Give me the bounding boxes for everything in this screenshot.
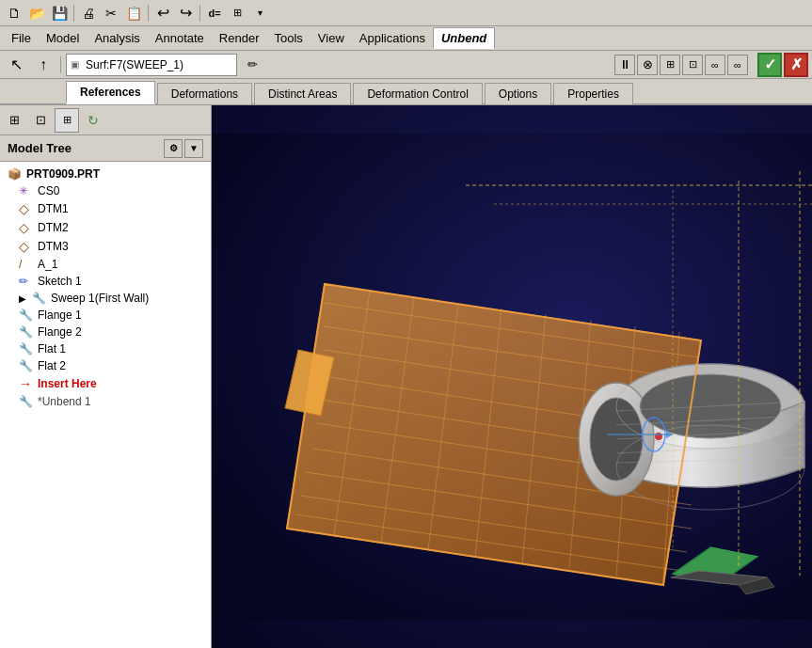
menu-view[interactable]: View	[310, 28, 352, 48]
cut-button[interactable]: ✂	[101, 3, 121, 24]
menu-bar: File Model Analysis Annotate Render Tool…	[0, 26, 812, 51]
undo-button[interactable]: ↩	[152, 3, 173, 24]
tree-settings-btn[interactable]: ⚙	[164, 139, 183, 158]
menu-applications[interactable]: Applications	[352, 28, 433, 48]
view1-btn[interactable]: ⊞	[660, 55, 680, 75]
toolbar-sep-4	[60, 56, 61, 73]
tree-item-unbend1[interactable]: 🔧 *Unbend 1	[0, 393, 211, 410]
surf-input[interactable]	[82, 55, 232, 75]
tab-deformation-control[interactable]: Deformation Control	[353, 83, 482, 104]
tree-item-dtm1[interactable]: ◇ DTM1	[0, 199, 211, 218]
tree-item-dtm3[interactable]: ◇ DTM3	[0, 237, 211, 256]
a1-icon: /	[19, 258, 34, 271]
left-icon-bar: ⊞ ⊡ ⊞ ↻	[0, 105, 211, 135]
flange1-icon: 🔧	[19, 308, 34, 322]
save-button[interactable]: 💾	[49, 3, 70, 24]
dtm2-label: DTM2	[38, 221, 69, 234]
tree-item-sketch1[interactable]: ✏ Sketch 1	[0, 273, 211, 290]
detail-btn[interactable]: ⊞	[55, 108, 79, 133]
toolbar-sep-3	[199, 5, 200, 22]
tree-expand-btn[interactable]: ▼	[184, 139, 203, 158]
menu-annotate[interactable]: Annotate	[148, 28, 212, 48]
refresh-btn[interactable]: ↻	[81, 108, 105, 133]
cancel-btn[interactable]: ✗	[784, 53, 808, 77]
flange1-label: Flange 1	[38, 308, 82, 322]
menu-file[interactable]: File	[4, 28, 39, 48]
tree-view-btn[interactable]: ⊞	[2, 108, 26, 133]
flat2-icon: 🔧	[19, 359, 34, 372]
open-button[interactable]: 📂	[26, 3, 47, 24]
layer-btn[interactable]: ⊡	[28, 108, 53, 133]
view3-btn[interactable]: ∞	[705, 55, 725, 75]
confirm-btn[interactable]: ✓	[757, 53, 782, 77]
top-toolbar: 🗋 📂 💾 🖨 ✂ 📋 ↩ ↪ d= ⊞ ▾	[0, 0, 812, 26]
flat1-label: Flat 1	[38, 342, 66, 356]
flat2-label: Flat 2	[38, 359, 66, 372]
menu-analysis[interactable]: Analysis	[87, 28, 147, 48]
tree-item-flange1[interactable]: 🔧 Flange 1	[0, 307, 211, 324]
grid-button[interactable]: ⊞	[227, 3, 247, 24]
tab-deformations[interactable]: Deformations	[157, 83, 252, 104]
tab-properties[interactable]: Properties	[553, 83, 633, 104]
view2-btn[interactable]: ⊡	[682, 55, 703, 75]
arrow-select-btn[interactable]: ↖	[4, 53, 28, 77]
tree-item-flange2[interactable]: 🔧 Flange 2	[0, 324, 211, 340]
cs0-label: CS0	[38, 184, 59, 198]
svg-point-40	[655, 433, 662, 440]
menu-unbend[interactable]: Unbend	[433, 27, 495, 49]
dtm1-icon: ◇	[19, 201, 34, 216]
a1-label: A_1	[38, 258, 57, 271]
tab-distinct-areas[interactable]: Distinct Areas	[254, 83, 351, 104]
stop-btn[interactable]: ⊗	[637, 55, 658, 75]
edit-btn[interactable]: ✏	[240, 53, 264, 77]
viewport[interactable]	[212, 105, 812, 648]
sweep1-arrow: ▶	[19, 293, 26, 304]
menu-tools[interactable]: Tools	[266, 28, 310, 48]
second-toolbar: ↖ ↑ ▣ ✏ ⏸ ⊗ ⊞ ⊡ ∞ ∞ ✓ ✗	[0, 51, 812, 79]
tree-item-cs0[interactable]: ✳ CS0	[0, 182, 211, 199]
sweep1-label: Sweep 1(First Wall)	[51, 292, 149, 305]
insert-icon: →	[19, 376, 34, 391]
sweep1-icon: 🔧	[32, 292, 47, 305]
tree-header-buttons: ⚙ ▼	[164, 139, 203, 158]
insert-label: Insert Here	[38, 377, 97, 390]
toolbar-sep-1	[73, 5, 74, 22]
tree-item-insert[interactable]: → Insert Here	[0, 374, 211, 393]
pointer-btn[interactable]: ↑	[31, 53, 56, 77]
tree-item-root[interactable]: 📦 PRT0909.PRT	[0, 166, 211, 182]
dtm3-label: DTM3	[38, 240, 69, 253]
flat1-icon: 🔧	[19, 342, 34, 356]
sketch1-icon: ✏	[19, 275, 34, 288]
print-button[interactable]: 🖨	[78, 3, 99, 24]
unbend1-label: *Unbend 1	[38, 395, 91, 408]
tree-item-dtm2[interactable]: ◇ DTM2	[0, 218, 211, 237]
menu-model[interactable]: Model	[39, 28, 87, 48]
dtm1-label: DTM1	[38, 202, 69, 215]
tree-item-a1[interactable]: / A_1	[0, 256, 211, 273]
pause-btn[interactable]: ⏸	[614, 55, 635, 75]
tree-item-sweep1[interactable]: ▶ 🔧 Sweep 1(First Wall)	[0, 290, 211, 307]
toolbar-sep-2	[148, 5, 149, 22]
copy-button[interactable]: 📋	[123, 3, 144, 24]
viewport-scene	[212, 105, 812, 648]
model-tree-content: 📦 PRT0909.PRT ✳ CS0 ◇ DTM1 ◇ DTM2 ◇ DTM3	[0, 162, 211, 648]
measure-button[interactable]: d=	[204, 3, 225, 24]
model-tree-label: Model Tree	[8, 141, 72, 155]
cs0-icon: ✳	[19, 184, 34, 198]
tree-item-flat2[interactable]: 🔧 Flat 2	[0, 357, 211, 374]
root-icon: 📦	[8, 167, 23, 181]
more-button[interactable]: ▾	[249, 3, 270, 24]
menu-render[interactable]: Render	[212, 28, 267, 48]
right-actions: ⏸ ⊗ ⊞ ⊡ ∞ ∞ ✓ ✗	[614, 53, 808, 77]
dtm2-icon: ◇	[19, 220, 34, 235]
flange2-icon: 🔧	[19, 325, 34, 339]
unbend1-icon: 🔧	[19, 395, 34, 408]
tree-item-flat1[interactable]: 🔧 Flat 1	[0, 340, 211, 357]
redo-button[interactable]: ↪	[175, 3, 196, 24]
new-button[interactable]: 🗋	[4, 3, 24, 24]
tab-options[interactable]: Options	[485, 83, 551, 104]
root-label: PRT0909.PRT	[26, 167, 100, 181]
dtm3-icon: ◇	[19, 239, 34, 254]
view4-btn[interactable]: ∞	[727, 55, 748, 75]
tab-references[interactable]: References	[66, 81, 155, 104]
